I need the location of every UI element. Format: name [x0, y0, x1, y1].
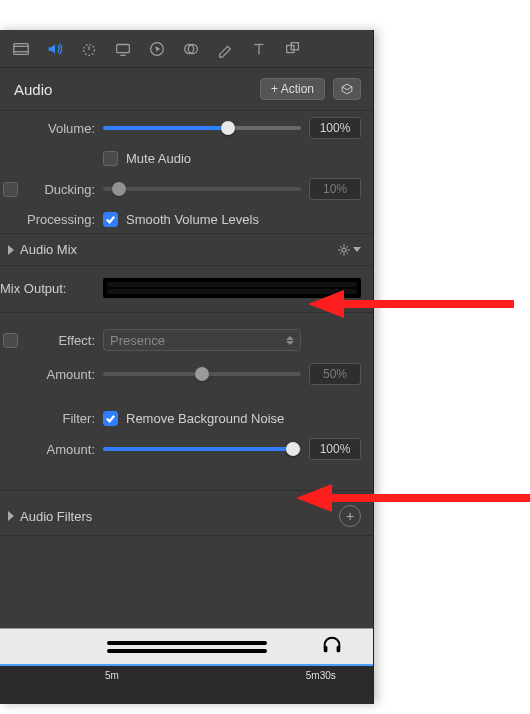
annotation-arrow — [308, 290, 344, 318]
volume-row: Volume: 100% — [0, 111, 373, 145]
inspector-tab-bar — [0, 30, 373, 68]
ducking-slider[interactable] — [103, 187, 301, 191]
mute-label: Mute Audio — [126, 151, 191, 166]
svg-rect-0 — [14, 43, 28, 54]
text-tab-icon[interactable] — [248, 38, 270, 60]
ducking-value[interactable]: 10% — [309, 178, 361, 200]
svg-rect-13 — [291, 42, 298, 49]
filter-amount-row: Amount: 100% — [0, 432, 373, 466]
ducking-label: Ducking: — [26, 182, 95, 197]
volume-value[interactable]: 100% — [309, 117, 361, 139]
svg-point-14 — [342, 247, 346, 251]
effect-amount-row: Amount: 50% — [0, 357, 373, 391]
effect-label: Effect: — [26, 333, 95, 348]
cursor-tab-icon[interactable] — [146, 38, 168, 60]
remove-noise-label: Remove Background Noise — [126, 411, 284, 426]
smooth-volume-label: Smooth Volume Levels — [126, 212, 259, 227]
filter-amount-label: Amount: — [0, 442, 95, 457]
display-tab-icon[interactable] — [112, 38, 134, 60]
filter-label: Filter: — [0, 411, 95, 426]
chevron-right-icon — [8, 511, 14, 521]
tick-label: 5m — [105, 670, 119, 681]
effect-selected: Presence — [110, 333, 165, 348]
effect-row: Effect: Presence — [0, 323, 373, 357]
audio-level-bars — [107, 641, 267, 653]
effect-amount-label: Amount: — [0, 367, 95, 382]
layout-tab-icon[interactable] — [282, 38, 304, 60]
audio-tab-icon[interactable] — [44, 38, 66, 60]
audio-preview-strip — [0, 628, 373, 664]
processing-label: Processing: — [0, 212, 95, 227]
chevron-down-icon — [353, 247, 361, 252]
headphones-icon[interactable] — [321, 634, 343, 659]
smooth-volume-checkbox[interactable] — [103, 212, 118, 227]
chevron-right-icon — [8, 245, 14, 255]
effect-select[interactable]: Presence — [103, 329, 301, 351]
audio-mix-header[interactable]: Audio Mix — [0, 233, 373, 266]
svg-rect-15 — [324, 646, 328, 652]
processing-row: Processing: Smooth Volume Levels — [0, 206, 373, 233]
blend-tab-icon[interactable] — [180, 38, 202, 60]
ducking-row: Ducking: 10% — [0, 172, 373, 206]
add-action-button[interactable]: + Action — [260, 78, 325, 100]
ducking-checkbox[interactable] — [3, 182, 18, 197]
filter-amount-value[interactable]: 100% — [309, 438, 361, 460]
filter-amount-slider[interactable] — [103, 447, 301, 451]
select-arrows-icon — [286, 336, 294, 345]
remove-noise-checkbox[interactable] — [103, 411, 118, 426]
timeline-ruler[interactable]: 5m 5m30s — [0, 664, 373, 704]
annotations-tab-icon[interactable] — [214, 38, 236, 60]
section-title: Audio — [14, 81, 52, 98]
audio-mix-title: Audio Mix — [20, 242, 77, 257]
mix-output-label: Mix Output: — [0, 281, 95, 296]
effect-amount-slider[interactable] — [103, 372, 301, 376]
audio-section-header: Audio + Action — [0, 68, 373, 111]
mute-row: Mute Audio — [0, 145, 373, 172]
filter-row: Filter: Remove Background Noise — [0, 405, 373, 432]
presets-button[interactable] — [333, 78, 361, 100]
audio-inspector-panel: Audio + Action Volume: 100% Mute Audio D… — [0, 30, 374, 704]
svg-rect-5 — [117, 44, 130, 52]
tick-label: 5m30s — [306, 670, 336, 681]
video-tab-icon[interactable] — [10, 38, 32, 60]
svg-rect-16 — [337, 646, 341, 652]
svg-rect-12 — [287, 45, 294, 52]
svg-point-3 — [84, 44, 95, 55]
volume-label: Volume: — [0, 121, 95, 136]
timing-tab-icon[interactable] — [78, 38, 100, 60]
volume-slider[interactable] — [103, 126, 301, 130]
audio-mix-gear-menu[interactable] — [337, 243, 361, 257]
add-filter-button[interactable]: + — [339, 505, 361, 527]
effect-amount-value[interactable]: 50% — [309, 363, 361, 385]
annotation-arrow — [296, 484, 332, 512]
mute-checkbox[interactable] — [103, 151, 118, 166]
effect-checkbox[interactable] — [3, 333, 18, 348]
audio-filters-title: Audio Filters — [20, 509, 92, 524]
